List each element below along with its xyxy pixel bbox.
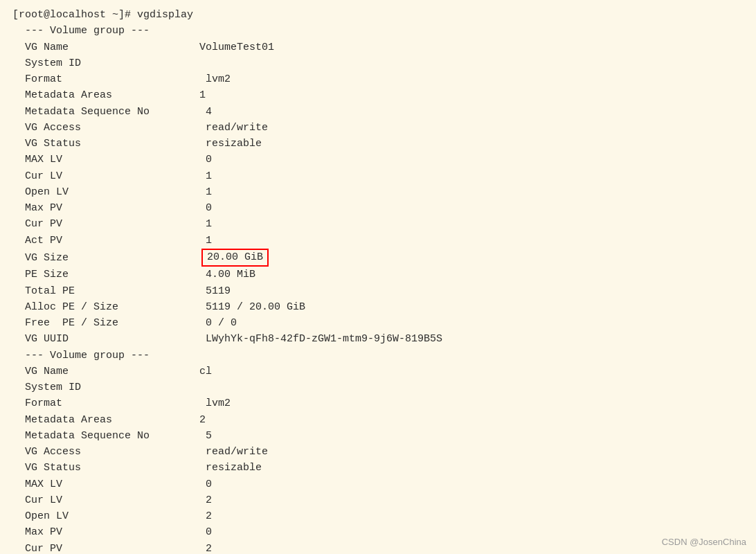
- terminal-line: VG Status resizable: [12, 136, 744, 152]
- terminal-line: Cur LV 1: [12, 168, 744, 184]
- terminal-line: Free PE / Size 0 / 0: [12, 315, 744, 331]
- terminal-line: Open LV 2: [12, 508, 744, 524]
- terminal-line: Cur PV 1: [12, 216, 744, 232]
- watermark-text: CSDN @JosenChina: [662, 537, 746, 547]
- terminal-line: --- Volume group ---: [12, 348, 744, 364]
- terminal-line: VG UUID LWyhYk-qFh8-42fD-zGW1-mtm9-9j6W-…: [12, 331, 744, 347]
- terminal-line: Open LV 1: [12, 184, 744, 200]
- terminal-line: Cur LV 2: [12, 492, 744, 508]
- line-label: VG Size: [12, 252, 206, 264]
- terminal-line: Metadata Areas 2: [12, 412, 744, 428]
- terminal-window: [root@localhost ~]# vgdisplay --- Volume…: [0, 0, 756, 554]
- terminal-line: VG Name cl: [12, 364, 744, 379]
- terminal-line: Metadata Areas 1: [12, 87, 744, 103]
- terminal-line: System ID: [12, 379, 744, 395]
- terminal-line: VG Access read/write: [12, 444, 744, 460]
- terminal-line: Alloc PE / Size 5119 / 20.00 GiB: [12, 299, 744, 315]
- terminal-line: Cur PV 2: [12, 541, 744, 555]
- terminal-line: MAX LV 0: [12, 152, 744, 168]
- terminal-line: Metadata Sequence No 5: [12, 428, 744, 444]
- terminal-line: MAX LV 0: [12, 476, 744, 492]
- terminal-line: --- Volume group ---: [12, 23, 744, 39]
- terminal-line: VG Size 20.00 GiB: [12, 249, 744, 267]
- terminal-line: Act PV 1: [12, 233, 744, 249]
- terminal-line: Total PE 5119: [12, 283, 744, 299]
- terminal-line: VG Status resizable: [12, 460, 744, 476]
- terminal-line: VG Name VolumeTest01: [12, 39, 744, 55]
- terminal-line: Max PV 0: [12, 524, 744, 540]
- terminal-line: System ID: [12, 55, 744, 71]
- terminal-line: VG Access read/write: [12, 120, 744, 136]
- terminal-line: Format lvm2: [12, 395, 744, 411]
- terminal-line: Max PV 0: [12, 200, 744, 216]
- terminal-line: [root@localhost ~]# vgdisplay: [12, 7, 744, 23]
- terminal-line: PE Size 4.00 MiB: [12, 267, 744, 283]
- vg-size-highlight: 20.00 GiB: [201, 249, 269, 267]
- terminal-line: Metadata Sequence No 4: [12, 104, 744, 120]
- terminal-line: Format lvm2: [12, 71, 744, 87]
